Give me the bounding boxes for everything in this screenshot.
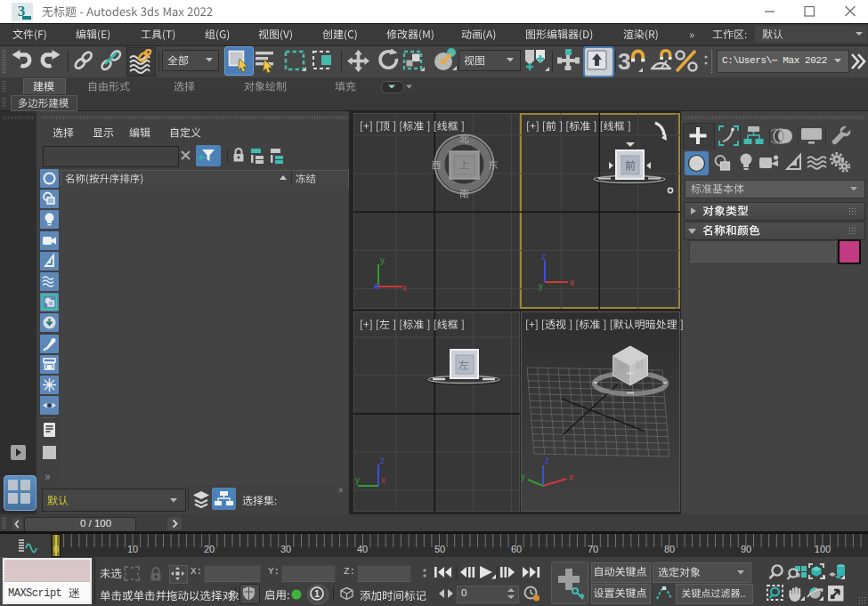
- svg-text:1: 1: [314, 589, 320, 599]
- svg-text:3: 3: [618, 48, 630, 74]
